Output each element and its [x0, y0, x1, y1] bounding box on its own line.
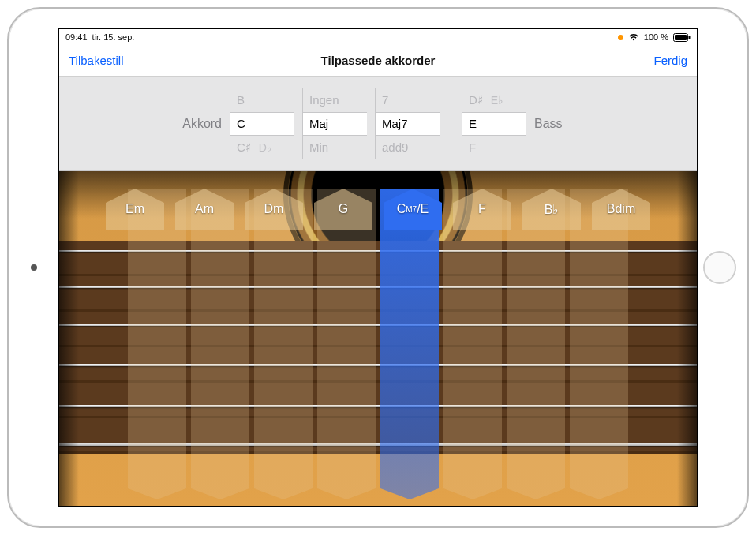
nav-bar: Tilbakestill Tilpassede akkorder Ferdig	[59, 45, 697, 77]
status-time: 09:41	[65, 32, 88, 42]
chord-picker: Akkord B C C♯D♭ Ingen Maj Min 7 Maj7 add…	[59, 77, 697, 171]
chord-stripe[interactable]	[128, 189, 186, 499]
chord-tab-5[interactable]: F	[453, 189, 511, 230]
picker-ext-selected[interactable]: Maj7	[376, 112, 440, 136]
recording-indicator-icon	[618, 35, 623, 40]
status-bar: 09:41 tir. 15. sep. 100 %	[59, 29, 697, 45]
chord-stripe[interactable]	[254, 189, 313, 499]
picker-quality[interactable]: Ingen Maj Min	[302, 88, 367, 159]
home-button[interactable]	[703, 251, 736, 284]
picker-root[interactable]: B C C♯D♭	[230, 88, 294, 159]
chord-stripe[interactable]	[507, 189, 565, 499]
chord-tab-4[interactable]: CM7/E	[384, 189, 442, 230]
picker-root-above[interactable]: B	[230, 88, 294, 112]
battery-icon	[673, 33, 691, 42]
chord-tab-0[interactable]: Em	[106, 189, 164, 230]
picker-root-selected[interactable]: C	[230, 112, 294, 136]
wifi-icon	[628, 33, 639, 41]
done-button[interactable]: Ferdig	[653, 54, 687, 67]
chord-stripe[interactable]	[380, 189, 439, 499]
chord-tab-3[interactable]: G	[314, 189, 372, 230]
svg-rect-1	[675, 35, 687, 40]
chord-stripes	[59, 189, 697, 499]
picker-left-label: Akkord	[147, 117, 222, 131]
chord-stripe[interactable]	[443, 189, 502, 499]
picker-ext-below[interactable]: add9	[376, 136, 440, 159]
picker-right-label: Bass	[534, 117, 609, 131]
screen: 09:41 tir. 15. sep. 100 % Tilbakestill T…	[58, 28, 698, 507]
picker-root-below[interactable]: C♯D♭	[230, 136, 294, 159]
chord-tab-7[interactable]: Bdim	[592, 189, 650, 230]
picker-bass[interactable]: D♯E♭ E F	[462, 88, 526, 159]
reset-button[interactable]: Tilbakestill	[69, 54, 123, 67]
svg-rect-2	[689, 36, 691, 39]
camera-dot	[31, 264, 37, 271]
picker-extension[interactable]: 7 Maj7 add9	[375, 88, 440, 159]
picker-bass-selected[interactable]: E	[462, 112, 526, 136]
status-date: tir. 15. sep.	[92, 32, 135, 42]
picker-bass-below[interactable]: F	[462, 136, 526, 159]
chord-tab-6[interactable]: B♭	[522, 189, 581, 230]
chord-stripe[interactable]	[191, 189, 249, 499]
chord-tab-1[interactable]: Am	[175, 189, 234, 230]
chord-stripe[interactable]	[570, 189, 628, 499]
guitar-body: EmAmDmGCM7/EFB♭Bdim	[59, 171, 697, 506]
ipad-frame: 09:41 tir. 15. sep. 100 % Tilbakestill T…	[7, 7, 749, 528]
chord-stripe[interactable]	[317, 189, 376, 499]
picker-quality-below[interactable]: Min	[303, 136, 367, 159]
battery-percent: 100 %	[644, 32, 668, 42]
picker-quality-above[interactable]: Ingen	[303, 88, 367, 112]
picker-bass-above[interactable]: D♯E♭	[462, 88, 526, 112]
chord-tabs-row: EmAmDmGCM7/EFB♭Bdim	[59, 189, 697, 230]
picker-ext-above[interactable]: 7	[376, 88, 440, 112]
chord-tab-2[interactable]: Dm	[245, 189, 303, 230]
picker-quality-selected[interactable]: Maj	[303, 112, 367, 136]
page-title: Tilpassede akkorder	[321, 54, 436, 67]
